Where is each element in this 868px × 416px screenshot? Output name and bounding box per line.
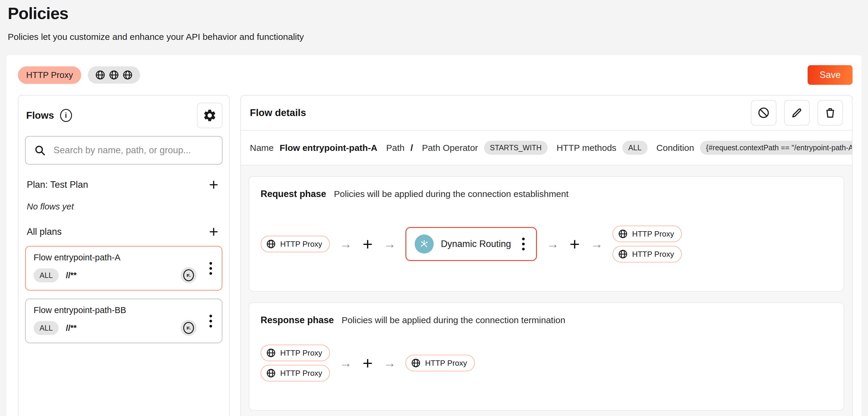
flow-arrow: → (339, 356, 352, 370)
edit-flow-button[interactable] (784, 100, 810, 125)
path-label: Path (386, 143, 405, 153)
flow-name: Flow entrypoint-path-A (34, 252, 214, 263)
globe-icon (618, 249, 628, 259)
http-methods-label: HTTP methods (557, 143, 616, 153)
flow-card-entrypoint-path-bb[interactable]: Flow entrypoint-path-BB ALL //** IF.. (25, 298, 222, 344)
gear-icon (203, 108, 217, 123)
flows-settings-button[interactable] (197, 103, 222, 128)
policy-card-dynamic-routing[interactable]: Dynamic Routing (405, 227, 537, 261)
flow-arrow: → (547, 237, 559, 251)
globe-icon (266, 348, 276, 358)
toolbar-chips: HTTP Proxy (18, 66, 140, 84)
flow-arrow: → (383, 237, 396, 251)
dynamic-routing-icon (415, 235, 434, 254)
method-chip: ALL (34, 268, 59, 283)
globe-icon (266, 368, 276, 378)
globe-icon (122, 70, 133, 80)
flow-name: Flow entrypoint-path-BB (34, 305, 214, 315)
policy-studio-card: HTTP Proxy Save Flows i (6, 55, 862, 416)
studio-toolbar: HTTP Proxy Save (18, 65, 852, 85)
entry-connector-chip[interactable]: HTTP Proxy (260, 345, 330, 361)
plan-empty-text: No flows yet (25, 202, 222, 212)
globe-icon (411, 358, 421, 368)
exit-connector-chip[interactable]: HTTP Proxy (405, 355, 475, 372)
flow-path: //** (66, 323, 76, 333)
flows-panel: Flows i Plan: Test Plan + No flows yet A… (18, 95, 230, 416)
flow-menu-button[interactable] (207, 260, 214, 277)
path-value: / (410, 143, 413, 153)
pencil-icon (790, 106, 803, 119)
request-phase-description: Policies will be applied during the conn… (334, 189, 569, 199)
http-methods-chip: ALL (622, 141, 647, 155)
trash-icon (824, 106, 837, 119)
search-input[interactable] (53, 145, 214, 156)
flow-details-title: Flow details (250, 107, 306, 118)
entry-connector-chip[interactable]: HTTP Proxy (260, 365, 330, 382)
entry-connector-stack: HTTP Proxy HTTP Proxy (260, 345, 330, 382)
phases-area: Request phase Policies will be applied d… (241, 165, 852, 416)
response-phase-card: Response phase Policies will be applied … (249, 302, 844, 411)
api-type-chip[interactable]: HTTP Proxy (18, 66, 81, 84)
all-plans-section-label: All plans (27, 227, 62, 237)
info-icon[interactable]: i (60, 109, 72, 122)
exit-connector-stack: HTTP Proxy HTTP Proxy (613, 226, 682, 263)
name-label: Name (250, 143, 274, 153)
path-operator-chip: STARTS_WITH (484, 141, 548, 155)
flow-menu-button[interactable] (207, 312, 214, 330)
save-button[interactable]: Save (808, 65, 852, 85)
globe-icon (95, 70, 105, 80)
globe-icon (618, 229, 628, 239)
policy-menu-button[interactable] (520, 235, 527, 253)
add-flow-all-plans-button[interactable]: + (207, 225, 221, 238)
flow-path: //** (66, 271, 76, 280)
exit-connector-chip[interactable]: HTTP Proxy (613, 246, 682, 263)
entrypoints-pill[interactable] (88, 66, 140, 84)
flow-details-panel: Flow details Name Flow entrypoint (240, 95, 852, 416)
method-chip: ALL (34, 321, 59, 335)
globe-icon (108, 70, 119, 80)
add-policy-button[interactable]: + (362, 237, 374, 251)
flows-search (25, 136, 222, 165)
delete-flow-button[interactable] (817, 100, 843, 125)
entry-connector-chip[interactable]: HTTP Proxy (260, 236, 330, 252)
page-subtitle: Policies let you customize and enhance y… (8, 32, 868, 42)
search-icon (34, 144, 46, 156)
plan-section-label: Plan: Test Plan (27, 179, 88, 190)
path-operator-label: Path Operator (422, 143, 478, 153)
condition-icon: IF.. (181, 320, 197, 336)
flow-summary-row: Name Flow entrypoint-path-A Path / Path … (241, 130, 852, 165)
condition-icon: IF.. (181, 267, 197, 283)
response-phase-description: Policies will be applied during the conn… (341, 315, 565, 325)
ban-icon (757, 106, 770, 119)
response-phase-title: Response phase (260, 315, 334, 326)
flow-arrow: → (590, 237, 603, 251)
flow-arrow: → (383, 356, 396, 370)
flows-panel-title: Flows (26, 110, 54, 121)
flow-card-entrypoint-path-a[interactable]: Flow entrypoint-path-A ALL //** IF.. (25, 246, 222, 291)
policy-name: Dynamic Routing (441, 239, 511, 249)
add-flow-plan-button[interactable]: + (207, 178, 221, 191)
condition-chip: {#request.contextPath == "/entrypoint-pa… (700, 141, 852, 155)
disable-flow-button[interactable] (751, 100, 776, 125)
name-value: Flow entrypoint-path-A (280, 143, 377, 153)
globe-icon (266, 239, 276, 249)
add-policy-button[interactable]: + (568, 237, 581, 251)
page-title: Policies (0, 0, 868, 23)
add-policy-button[interactable]: + (362, 356, 374, 370)
flow-arrow: → (339, 237, 352, 251)
request-phase-title: Request phase (260, 189, 326, 199)
condition-label: Condition (656, 143, 694, 153)
exit-connector-chip[interactable]: HTTP Proxy (613, 226, 682, 242)
request-phase-card: Request phase Policies will be applied d… (249, 176, 844, 292)
